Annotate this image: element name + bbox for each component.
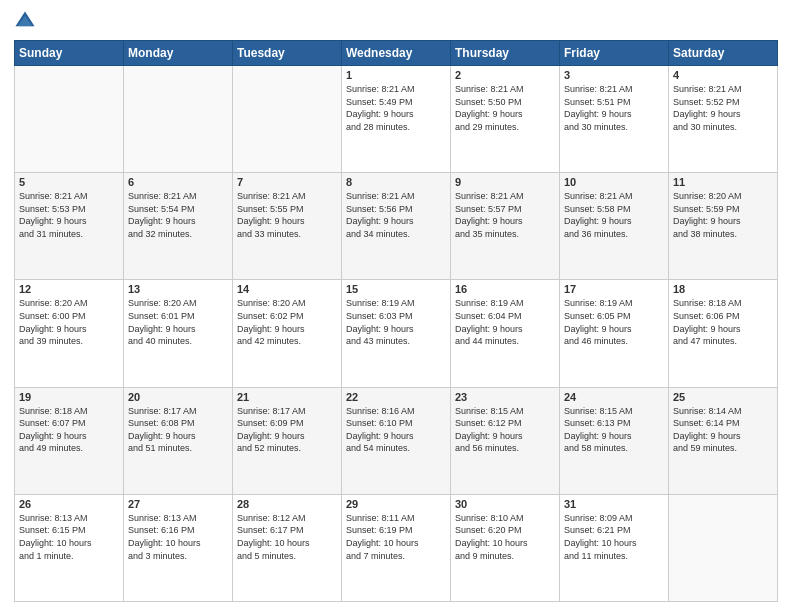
day-cell: 12Sunrise: 8:20 AM Sunset: 6:00 PM Dayli… — [15, 280, 124, 387]
day-info: Sunrise: 8:19 AM Sunset: 6:05 PM Dayligh… — [564, 297, 664, 347]
day-info: Sunrise: 8:18 AM Sunset: 6:07 PM Dayligh… — [19, 405, 119, 455]
day-cell: 29Sunrise: 8:11 AM Sunset: 6:19 PM Dayli… — [342, 494, 451, 601]
day-cell — [15, 66, 124, 173]
day-cell: 27Sunrise: 8:13 AM Sunset: 6:16 PM Dayli… — [124, 494, 233, 601]
calendar-body: 1Sunrise: 8:21 AM Sunset: 5:49 PM Daylig… — [15, 66, 778, 602]
day-number: 30 — [455, 498, 555, 510]
day-number: 21 — [237, 391, 337, 403]
day-info: Sunrise: 8:19 AM Sunset: 6:03 PM Dayligh… — [346, 297, 446, 347]
day-info: Sunrise: 8:21 AM Sunset: 5:57 PM Dayligh… — [455, 190, 555, 240]
day-number: 8 — [346, 176, 446, 188]
day-cell: 6Sunrise: 8:21 AM Sunset: 5:54 PM Daylig… — [124, 173, 233, 280]
day-number: 23 — [455, 391, 555, 403]
day-number: 4 — [673, 69, 773, 81]
day-number: 24 — [564, 391, 664, 403]
day-info: Sunrise: 8:19 AM Sunset: 6:04 PM Dayligh… — [455, 297, 555, 347]
header-cell-saturday: Saturday — [669, 41, 778, 66]
day-number: 16 — [455, 283, 555, 295]
day-info: Sunrise: 8:20 AM Sunset: 6:01 PM Dayligh… — [128, 297, 228, 347]
day-cell: 31Sunrise: 8:09 AM Sunset: 6:21 PM Dayli… — [560, 494, 669, 601]
day-number: 27 — [128, 498, 228, 510]
day-cell: 1Sunrise: 8:21 AM Sunset: 5:49 PM Daylig… — [342, 66, 451, 173]
day-cell: 2Sunrise: 8:21 AM Sunset: 5:50 PM Daylig… — [451, 66, 560, 173]
day-number: 14 — [237, 283, 337, 295]
day-cell: 9Sunrise: 8:21 AM Sunset: 5:57 PM Daylig… — [451, 173, 560, 280]
week-row-4: 26Sunrise: 8:13 AM Sunset: 6:15 PM Dayli… — [15, 494, 778, 601]
day-info: Sunrise: 8:21 AM Sunset: 5:51 PM Dayligh… — [564, 83, 664, 133]
logo-icon — [14, 10, 36, 32]
day-cell: 4Sunrise: 8:21 AM Sunset: 5:52 PM Daylig… — [669, 66, 778, 173]
day-cell: 5Sunrise: 8:21 AM Sunset: 5:53 PM Daylig… — [15, 173, 124, 280]
day-cell: 24Sunrise: 8:15 AM Sunset: 6:13 PM Dayli… — [560, 387, 669, 494]
day-number: 5 — [19, 176, 119, 188]
day-number: 28 — [237, 498, 337, 510]
day-number: 18 — [673, 283, 773, 295]
day-info: Sunrise: 8:11 AM Sunset: 6:19 PM Dayligh… — [346, 512, 446, 562]
day-number: 10 — [564, 176, 664, 188]
day-number: 13 — [128, 283, 228, 295]
day-info: Sunrise: 8:13 AM Sunset: 6:15 PM Dayligh… — [19, 512, 119, 562]
day-cell — [124, 66, 233, 173]
day-cell: 25Sunrise: 8:14 AM Sunset: 6:14 PM Dayli… — [669, 387, 778, 494]
week-row-0: 1Sunrise: 8:21 AM Sunset: 5:49 PM Daylig… — [15, 66, 778, 173]
day-number: 19 — [19, 391, 119, 403]
header-cell-thursday: Thursday — [451, 41, 560, 66]
header-cell-sunday: Sunday — [15, 41, 124, 66]
day-info: Sunrise: 8:20 AM Sunset: 5:59 PM Dayligh… — [673, 190, 773, 240]
day-info: Sunrise: 8:17 AM Sunset: 6:08 PM Dayligh… — [128, 405, 228, 455]
day-cell: 3Sunrise: 8:21 AM Sunset: 5:51 PM Daylig… — [560, 66, 669, 173]
day-info: Sunrise: 8:13 AM Sunset: 6:16 PM Dayligh… — [128, 512, 228, 562]
day-info: Sunrise: 8:09 AM Sunset: 6:21 PM Dayligh… — [564, 512, 664, 562]
day-info: Sunrise: 8:15 AM Sunset: 6:12 PM Dayligh… — [455, 405, 555, 455]
day-number: 20 — [128, 391, 228, 403]
day-info: Sunrise: 8:17 AM Sunset: 6:09 PM Dayligh… — [237, 405, 337, 455]
header-cell-tuesday: Tuesday — [233, 41, 342, 66]
day-cell: 19Sunrise: 8:18 AM Sunset: 6:07 PM Dayli… — [15, 387, 124, 494]
day-cell: 20Sunrise: 8:17 AM Sunset: 6:08 PM Dayli… — [124, 387, 233, 494]
day-cell: 13Sunrise: 8:20 AM Sunset: 6:01 PM Dayli… — [124, 280, 233, 387]
day-number: 7 — [237, 176, 337, 188]
day-info: Sunrise: 8:21 AM Sunset: 5:55 PM Dayligh… — [237, 190, 337, 240]
day-number: 12 — [19, 283, 119, 295]
day-info: Sunrise: 8:15 AM Sunset: 6:13 PM Dayligh… — [564, 405, 664, 455]
day-number: 1 — [346, 69, 446, 81]
day-cell: 10Sunrise: 8:21 AM Sunset: 5:58 PM Dayli… — [560, 173, 669, 280]
day-number: 26 — [19, 498, 119, 510]
day-cell: 30Sunrise: 8:10 AM Sunset: 6:20 PM Dayli… — [451, 494, 560, 601]
header-row: SundayMondayTuesdayWednesdayThursdayFrid… — [15, 41, 778, 66]
day-cell: 16Sunrise: 8:19 AM Sunset: 6:04 PM Dayli… — [451, 280, 560, 387]
day-info: Sunrise: 8:21 AM Sunset: 5:56 PM Dayligh… — [346, 190, 446, 240]
day-number: 11 — [673, 176, 773, 188]
day-number: 6 — [128, 176, 228, 188]
day-info: Sunrise: 8:21 AM Sunset: 5:58 PM Dayligh… — [564, 190, 664, 240]
day-info: Sunrise: 8:14 AM Sunset: 6:14 PM Dayligh… — [673, 405, 773, 455]
week-row-1: 5Sunrise: 8:21 AM Sunset: 5:53 PM Daylig… — [15, 173, 778, 280]
day-number: 3 — [564, 69, 664, 81]
day-cell — [233, 66, 342, 173]
day-cell: 7Sunrise: 8:21 AM Sunset: 5:55 PM Daylig… — [233, 173, 342, 280]
logo — [14, 10, 40, 32]
header-cell-wednesday: Wednesday — [342, 41, 451, 66]
calendar-header: SundayMondayTuesdayWednesdayThursdayFrid… — [15, 41, 778, 66]
day-info: Sunrise: 8:21 AM Sunset: 5:54 PM Dayligh… — [128, 190, 228, 240]
day-cell: 23Sunrise: 8:15 AM Sunset: 6:12 PM Dayli… — [451, 387, 560, 494]
day-cell: 28Sunrise: 8:12 AM Sunset: 6:17 PM Dayli… — [233, 494, 342, 601]
day-info: Sunrise: 8:21 AM Sunset: 5:49 PM Dayligh… — [346, 83, 446, 133]
day-cell: 14Sunrise: 8:20 AM Sunset: 6:02 PM Dayli… — [233, 280, 342, 387]
day-info: Sunrise: 8:10 AM Sunset: 6:20 PM Dayligh… — [455, 512, 555, 562]
day-info: Sunrise: 8:20 AM Sunset: 6:02 PM Dayligh… — [237, 297, 337, 347]
day-cell: 22Sunrise: 8:16 AM Sunset: 6:10 PM Dayli… — [342, 387, 451, 494]
day-cell: 8Sunrise: 8:21 AM Sunset: 5:56 PM Daylig… — [342, 173, 451, 280]
day-cell: 17Sunrise: 8:19 AM Sunset: 6:05 PM Dayli… — [560, 280, 669, 387]
header-cell-friday: Friday — [560, 41, 669, 66]
day-number: 17 — [564, 283, 664, 295]
day-cell: 11Sunrise: 8:20 AM Sunset: 5:59 PM Dayli… — [669, 173, 778, 280]
day-info: Sunrise: 8:12 AM Sunset: 6:17 PM Dayligh… — [237, 512, 337, 562]
day-info: Sunrise: 8:21 AM Sunset: 5:53 PM Dayligh… — [19, 190, 119, 240]
day-info: Sunrise: 8:16 AM Sunset: 6:10 PM Dayligh… — [346, 405, 446, 455]
day-info: Sunrise: 8:21 AM Sunset: 5:50 PM Dayligh… — [455, 83, 555, 133]
day-info: Sunrise: 8:21 AM Sunset: 5:52 PM Dayligh… — [673, 83, 773, 133]
day-number: 31 — [564, 498, 664, 510]
calendar-table: SundayMondayTuesdayWednesdayThursdayFrid… — [14, 40, 778, 602]
page: SundayMondayTuesdayWednesdayThursdayFrid… — [0, 0, 792, 612]
